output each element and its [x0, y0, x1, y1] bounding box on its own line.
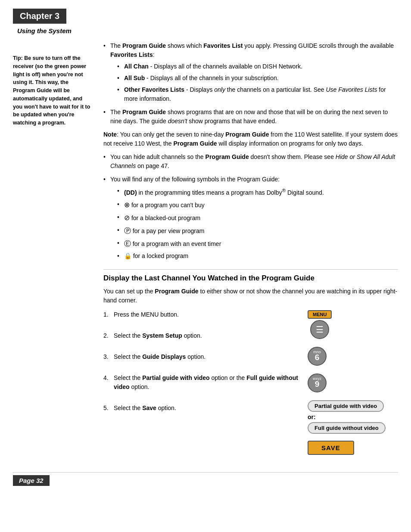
- ppv-icon: Ⓟ: [124, 227, 131, 234]
- main-content: The Program Guide shows which Favorites …: [99, 41, 398, 455]
- menu-button-group: MENU ☰: [308, 310, 332, 339]
- btn6-group: mno 6: [308, 347, 327, 366]
- save-button[interactable]: SAVE: [308, 441, 354, 455]
- locked-icon: 🔒: [124, 252, 131, 259]
- or-label: or:: [308, 414, 316, 420]
- sub-bullets: All Chan - Displays all of the channels …: [117, 62, 398, 103]
- list-item: Other Favorites Lists - Displays only th…: [117, 85, 398, 103]
- menu-label[interactable]: MENU: [308, 310, 332, 319]
- btn9-circle[interactable]: wxyz 9: [308, 373, 327, 392]
- full-guide-btn[interactable]: Full guide without video: [308, 422, 386, 434]
- list-item: 🔒 for a locked program: [117, 252, 398, 261]
- list-item: (DD) in the programming titles means a p…: [117, 187, 398, 197]
- list-item: All Sub - Displays all of the channels i…: [117, 74, 398, 83]
- event-timer-icon: Ⓔ: [124, 240, 131, 247]
- step-4: 4. Select the Partial guide with video o…: [103, 373, 299, 392]
- step-1: 1. Press the MENU button.: [103, 310, 299, 319]
- sidebar: Tip: Be sure to turn off the receiver (s…: [13, 41, 99, 455]
- step-5: 5. Select the Save option.: [103, 404, 299, 413]
- no-buy-icon: ⊗: [124, 201, 130, 208]
- intro-paragraph: You can set up the Program Guide to eith…: [103, 287, 398, 305]
- main-bullets: The Program Guide shows which Favorites …: [103, 41, 398, 126]
- list-item: You will find any of the following symbo…: [103, 175, 398, 261]
- blacked-out-icon: ⊘: [124, 214, 130, 221]
- chapter-title: Chapter 3: [20, 11, 59, 21]
- list-item: All Chan - Displays all of the channels …: [117, 62, 398, 71]
- page-number: Page 32: [13, 475, 50, 486]
- page-footer: Page 32: [13, 472, 398, 486]
- btn9-group: wxyz 9: [308, 373, 327, 392]
- list-item: You can hide adult channels so the Progr…: [103, 152, 398, 171]
- partial-guide-btn[interactable]: Partial guide with video: [308, 400, 384, 412]
- steps-area: 1. Press the MENU button. 2. Select the …: [103, 310, 398, 455]
- menu-circle-btn[interactable]: ☰: [310, 320, 329, 339]
- sidebar-tip: Tip: Be sure to turn off the receiver (s…: [13, 54, 90, 127]
- btn6-circle[interactable]: mno 6: [308, 347, 327, 366]
- step-2: 2. Select the System Setup option.: [103, 331, 299, 340]
- main-bullets-2: You can hide adult channels so the Progr…: [103, 152, 398, 261]
- note-block: Note: You can only get the seven to nine…: [103, 130, 398, 148]
- steps-list: 1. Press the MENU button. 2. Select the …: [103, 310, 299, 455]
- symbol-list: (DD) in the programming titles means a p…: [117, 187, 398, 261]
- list-item: The Program Guide shows programs that ar…: [103, 108, 398, 126]
- chapter-header: Chapter 3: [13, 9, 66, 24]
- list-item: ⊗ for a program you can't buy: [117, 200, 398, 210]
- list-item: The Program Guide shows which Favorites …: [103, 41, 398, 103]
- section-heading: Display the Last Channel You Watched in …: [103, 269, 398, 283]
- buttons-column: MENU ☰ mno 6 wxyz: [308, 310, 398, 455]
- subtitle: Using the System: [17, 27, 398, 34]
- list-item: Ⓟ for a pay per view program: [117, 226, 398, 236]
- list-item: Ⓔ for a program with an event timer: [117, 239, 398, 249]
- step-3: 3. Select the Guide Displays option.: [103, 352, 299, 361]
- list-item: ⊘ for a blacked-out program: [117, 213, 398, 223]
